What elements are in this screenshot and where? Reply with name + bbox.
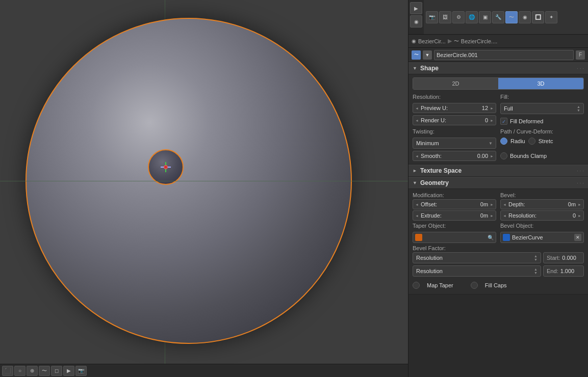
texture-triangle: ►: [413, 168, 417, 173]
prop-icon-modifiers[interactable]: 🔧: [492, 11, 504, 23]
twisting-label: Twisting:: [413, 128, 496, 134]
twisting-value: Minimum: [416, 140, 489, 146]
viewport-crosshair-button[interactable]: ⊕: [27, 366, 38, 376]
side-icon-2[interactable]: ◉: [410, 15, 422, 28]
viewport-circle-button[interactable]: ○: [14, 366, 25, 376]
start-label: Start:: [547, 255, 560, 261]
3d-object-sphere: [25, 18, 352, 344]
end-value-field[interactable]: End: 1.000: [543, 265, 584, 277]
fill-select[interactable]: Full ▲▼: [500, 103, 584, 114]
render-u-stepper[interactable]: Render U: 0: [413, 115, 496, 125]
prop-icon-material[interactable]: ◉: [519, 11, 531, 23]
bevel-res-stepper[interactable]: Resolution: 0: [500, 210, 584, 221]
viewport-render-button[interactable]: ◻: [51, 366, 62, 376]
stretch-checkbox[interactable]: [528, 138, 535, 145]
viewport-draw-mode-button[interactable]: ⬛: [2, 366, 13, 376]
bevel-obj-clear[interactable]: ✕: [574, 234, 581, 241]
start-value-field[interactable]: Start: 0.000: [543, 252, 584, 263]
viewport-camera-button[interactable]: 📷: [75, 366, 87, 376]
depth-label: Depth:: [508, 201, 568, 207]
shape-section-header[interactable]: ▼ Shape · · ·: [408, 62, 588, 74]
extrude-stepper[interactable]: Extrude: 0m: [413, 210, 496, 221]
fill-label: Fill:: [500, 94, 584, 100]
breadcrumb-object[interactable]: BezierCircle....: [461, 38, 498, 44]
viewport-toolbar: ⬛ ○ ⊕ 〜 ◻ ▶ 📷: [0, 364, 408, 377]
viewport-curve-button[interactable]: 〜: [39, 366, 50, 376]
prop-icon-world[interactable]: 🌐: [466, 11, 478, 23]
bevel-start-arrows: ▲▼: [534, 254, 538, 261]
bevel-object-field[interactable]: BezierCurve ✕: [500, 232, 584, 243]
prop-icon-object[interactable]: ▣: [479, 11, 491, 23]
radius-label: Radiu: [510, 138, 525, 144]
twisting-dropdown[interactable]: Minimum ▼: [413, 138, 496, 149]
breadcrumb-scene[interactable]: BezierCir...: [418, 38, 446, 44]
fill-value: Full: [504, 105, 577, 112]
preview-u-label: Preview U:: [421, 105, 482, 111]
texture-section-header[interactable]: ► Texture Space · · ·: [408, 165, 588, 177]
modification-col: Modification:: [413, 192, 496, 199]
bevel-end-select[interactable]: Resolution ▲▼: [413, 265, 541, 277]
prop-icon-render-layers[interactable]: 🖼: [439, 11, 451, 23]
shape-2d3d-toggle[interactable]: 2D 3D: [413, 77, 584, 90]
shape-2d-button[interactable]: 2D: [413, 78, 498, 89]
twisting-col: Twisting: Minimum ▼: [413, 128, 496, 149]
offset-value: 0m: [480, 201, 488, 207]
resolution-label: Resolution:: [413, 94, 496, 100]
smooth-value: 0.00: [477, 153, 488, 159]
map-taper-checkbox[interactable]: [413, 282, 420, 289]
bounds-clamp-row: Bounds Clamp: [500, 151, 584, 161]
bevel-start-select-label: Resolution: [416, 255, 534, 261]
depth-col: Depth: 0m: [500, 199, 584, 209]
map-taper-label: Map Taper: [427, 282, 453, 288]
properties-top-icons: 📷 🖼 ⚙ 🌐 ▣ 🔧 〜 ◉ 🔳 ✦: [424, 0, 588, 34]
bevel-obj-icon: [503, 234, 510, 241]
geometry-triangle: ▼: [413, 180, 417, 185]
name-row: 〜 ▼ F: [408, 48, 588, 62]
name-icon: 〜: [412, 50, 421, 60]
taper-object-field[interactable]: 🔍: [413, 232, 496, 243]
breadcrumb: ◉ BezierCir... ▶ 〜 BezierCircle....: [408, 35, 588, 48]
bevel-end-row: Resolution ▲▼ End: 1.000: [413, 265, 584, 277]
bevel-res-label: Resolution:: [508, 212, 573, 219]
bevel-end-select-label: Resolution: [416, 268, 534, 274]
fill-caps-label: Fill Caps: [485, 282, 507, 288]
panel-scroll[interactable]: ▼ Shape · · · 2D 3D Resolution: Preview …: [408, 62, 588, 377]
fill-caps-checkbox[interactable]: [471, 282, 478, 289]
prop-icon-render[interactable]: 📷: [426, 11, 438, 23]
geometry-section-header[interactable]: ▼ Geometry · · ·: [408, 177, 588, 189]
bevel-res-value: 0: [573, 212, 576, 219]
bounds-clamp-checkbox[interactable]: [500, 152, 507, 159]
prop-icon-data[interactable]: 〜: [505, 11, 518, 23]
prop-icon-particles[interactable]: ✦: [545, 11, 557, 23]
texture-dots: · · ·: [577, 168, 584, 174]
stretch-label: Stretc: [539, 138, 553, 144]
taper-obj-icon: [415, 234, 422, 241]
radius-checkbox[interactable]: [500, 138, 507, 145]
prop-icon-texture[interactable]: 🔳: [532, 11, 544, 23]
name-expand-btn[interactable]: ▼: [423, 50, 432, 60]
prop-icon-scene[interactable]: ⚙: [452, 11, 465, 23]
viewport[interactable]: ⬛ ○ ⊕ 〜 ◻ ▶ 📷: [0, 0, 408, 377]
taper-bevel-obj-cols: Taper Object: 🔍 Bevel Object: BezierCurv…: [413, 223, 584, 243]
shape-dots: · · ·: [577, 66, 584, 71]
depth-stepper[interactable]: Depth: 0m: [500, 199, 584, 209]
fake-user-button[interactable]: F: [576, 50, 585, 60]
taper-obj-picker[interactable]: 🔍: [488, 235, 494, 240]
properties-side-icons: ▶ ◉: [408, 0, 424, 34]
fill-arrows: ▲▼: [577, 105, 580, 112]
object-name-input[interactable]: [434, 50, 574, 60]
path-deform-row: Radiu Stretc: [500, 138, 584, 145]
side-icon-1[interactable]: ▶: [410, 2, 422, 14]
properties-icon-strip: ▶ ◉ 📷 🖼 ⚙ 🌐 ▣ 🔧 〜 ◉ 🔳 ✦: [408, 0, 588, 35]
fill-deformed-checkbox[interactable]: [500, 118, 507, 125]
bevel-res-col: Resolution: 0: [500, 210, 584, 221]
extrude-col: Extrude: 0m: [413, 210, 496, 221]
viewport-play-button[interactable]: ▶: [63, 366, 74, 376]
preview-u-stepper[interactable]: Preview U: 12: [413, 103, 496, 113]
bevel-start-select[interactable]: Resolution ▲▼: [413, 252, 541, 263]
bevel-object-label: Bevel Object:: [500, 223, 584, 229]
shape-3d-button[interactable]: 3D: [498, 78, 583, 89]
smooth-stepper[interactable]: Smooth: 0.00: [413, 151, 496, 161]
offset-stepper[interactable]: Offset: 0m: [413, 199, 496, 209]
offset-depth-cols: Offset: 0m Depth: 0m: [413, 199, 584, 209]
